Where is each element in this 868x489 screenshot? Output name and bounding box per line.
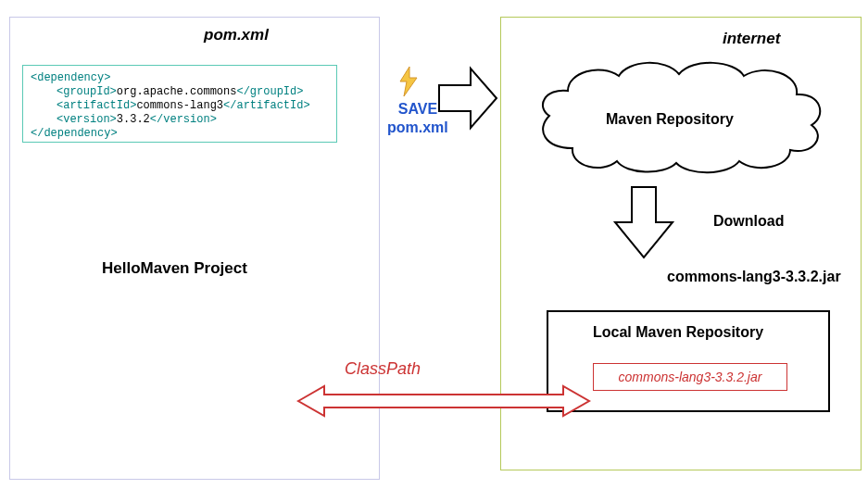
double-arrow-icon <box>296 384 591 421</box>
tag-artifactid-close: </artifactId> <box>223 99 310 112</box>
local-jar-box: commons-lang3-3.3.2.jar <box>593 363 787 391</box>
local-repo-title: Local Maven Repository <box>593 324 763 341</box>
project-label: HelloMaven Project <box>102 259 247 278</box>
groupid-value: org.apache.commons <box>117 85 237 98</box>
version-value: 3.3.2 <box>117 113 150 126</box>
download-label: Download <box>713 213 784 230</box>
tag-dependency-close: </dependency> <box>31 127 118 140</box>
tag-artifactid-open: <artifactId> <box>57 99 136 112</box>
tag-version-close: </version> <box>150 113 217 126</box>
pom-xml-title: pom.xml <box>204 26 269 44</box>
svg-marker-0 <box>400 67 417 96</box>
tag-groupid-close: </groupId> <box>236 85 303 98</box>
arrow-down-icon <box>611 185 676 263</box>
lightning-bolt-icon <box>396 67 421 103</box>
tag-groupid-open: <groupId> <box>57 85 117 98</box>
save-text: SAVE <box>398 101 437 117</box>
downloaded-jar-label: commons-lang3-3.3.2.jar <box>667 269 841 285</box>
internet-label: internet <box>723 30 780 48</box>
maven-repository-label: Maven Repository <box>606 111 734 128</box>
tag-dependency-open: <dependency> <box>31 71 110 84</box>
arrow-right-icon <box>437 65 498 135</box>
pom-dependency-code: <dependency> <groupId>org.apache.commons… <box>22 65 337 143</box>
artifactid-value: commons-lang3 <box>136 99 223 112</box>
classpath-label: ClassPath <box>345 359 421 379</box>
tag-version-open: <version> <box>57 113 117 126</box>
